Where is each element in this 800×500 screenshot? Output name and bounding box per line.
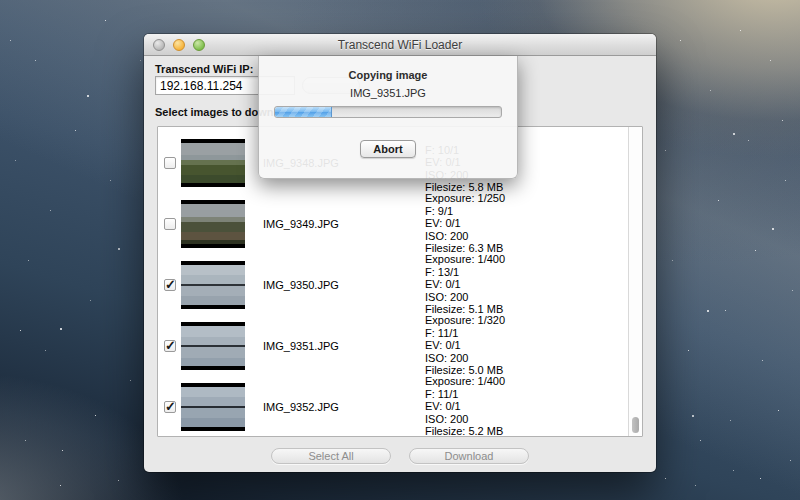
- image-checkbox[interactable]: ✓: [164, 279, 176, 291]
- exif-line: EV: 0/1: [425, 400, 505, 413]
- exif-line: ISO: 200: [425, 230, 505, 243]
- progress-fill: [275, 107, 332, 117]
- image-row: ✓ IMG_9350.JPG Exposure: 1/400 F: 13/1 E…: [158, 254, 627, 315]
- exif-line: ISO: 200: [425, 413, 505, 426]
- exif-line: F: 11/1: [425, 388, 505, 401]
- image-row: ✓ IMG_9352.JPG Exposure: 1/400 F: 11/1 E…: [158, 376, 627, 437]
- abort-button[interactable]: Abort: [360, 140, 416, 158]
- image-filename: IMG_9352.JPG: [263, 401, 355, 413]
- exif-line: Exposure: 1/250: [425, 192, 505, 205]
- select-all-button[interactable]: Select All: [271, 448, 391, 464]
- scrollbar-thumb[interactable]: [632, 417, 639, 433]
- image-row: ✓ IMG_9351.JPG Exposure: 1/320 F: 11/1 E…: [158, 315, 627, 376]
- progress-bar: [274, 106, 502, 118]
- copying-sheet: Copying image IMG_9351.JPG Abort: [258, 56, 518, 179]
- image-exif: Exposure: 1/320 F: 11/1 EV: 0/1 ISO: 200…: [425, 314, 505, 377]
- window-content: Transcend WiFi IP: Select images to down…: [144, 57, 656, 472]
- image-checkbox[interactable]: ✓: [164, 340, 176, 352]
- image-checkbox[interactable]: [164, 218, 176, 230]
- exif-line: Filesize: 5.2 MB: [425, 425, 505, 438]
- sheet-filename: IMG_9351.JPG: [259, 87, 517, 99]
- exif-line: Exposure: 1/400: [425, 375, 505, 388]
- image-thumbnail: [181, 322, 245, 370]
- scrollbar-track[interactable]: [628, 127, 642, 436]
- image-exif: Exposure: 1/400 F: 13/1 EV: 0/1 ISO: 200…: [425, 253, 505, 316]
- star-field-bright: [0, 0, 2, 2]
- image-checkbox[interactable]: ✓: [164, 401, 176, 413]
- footer-buttons: Select All Download: [144, 448, 656, 472]
- image-thumbnail: [181, 383, 245, 431]
- exif-line: EV: 0/1: [425, 339, 505, 352]
- exif-line: EV: 0/1: [425, 217, 505, 230]
- image-exif: Exposure: 1/250 F: 9/1 EV: 0/1 ISO: 200 …: [425, 192, 505, 255]
- image-thumbnail: [181, 261, 245, 309]
- image-thumbnail: [181, 139, 245, 187]
- image-filename: IMG_9349.JPG: [263, 218, 355, 230]
- image-filename: IMG_9350.JPG: [263, 279, 355, 291]
- image-checkbox[interactable]: [164, 157, 176, 169]
- image-row: IMG_9349.JPG Exposure: 1/250 F: 9/1 EV: …: [158, 193, 627, 254]
- exif-line: F: 9/1: [425, 205, 505, 218]
- app-window: Transcend WiFi Loader Transcend WiFi IP:…: [144, 34, 656, 472]
- window-title: Transcend WiFi Loader: [144, 38, 656, 52]
- exif-line: F: 13/1: [425, 266, 505, 279]
- exif-line: ISO: 200: [425, 352, 505, 365]
- ip-label: Transcend WiFi IP:: [155, 63, 253, 75]
- desktop-wallpaper: Transcend WiFi Loader Transcend WiFi IP:…: [0, 0, 800, 500]
- exif-line: F: 11/1: [425, 327, 505, 340]
- titlebar[interactable]: Transcend WiFi Loader: [144, 34, 656, 56]
- exif-line: ISO: 200: [425, 291, 505, 304]
- image-filename: IMG_9351.JPG: [263, 340, 355, 352]
- exif-line: Exposure: 1/400: [425, 253, 505, 266]
- download-button[interactable]: Download: [409, 448, 529, 464]
- sheet-title: Copying image: [259, 69, 517, 81]
- exif-line: Exposure: 1/320: [425, 314, 505, 327]
- exif-line: EV: 0/1: [425, 278, 505, 291]
- image-thumbnail: [181, 200, 245, 248]
- image-exif: Exposure: 1/400 F: 11/1 EV: 0/1 ISO: 200…: [425, 375, 505, 438]
